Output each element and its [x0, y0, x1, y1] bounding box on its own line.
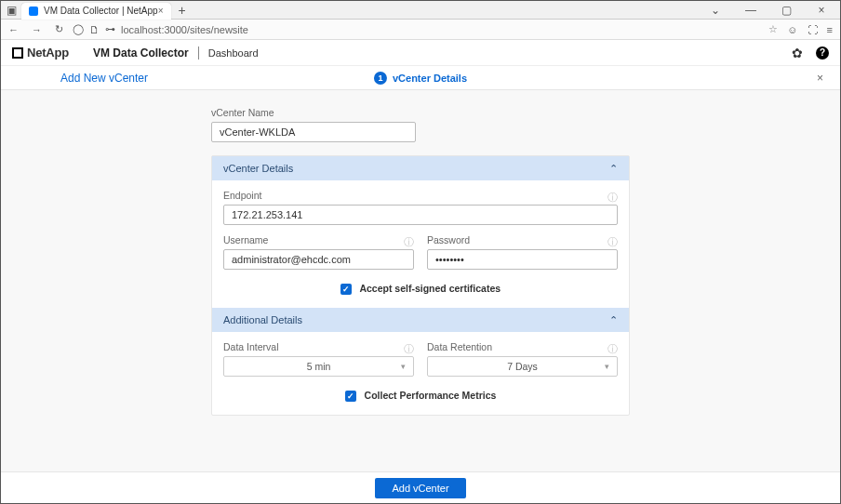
- data-interval-label: Data Interval: [223, 341, 279, 352]
- breadcrumb[interactable]: Add New vCenter: [60, 72, 148, 85]
- wizard-step: 1 vCenter Details: [374, 72, 467, 85]
- tab-title: VM Data Collector | NetApp: [44, 6, 158, 16]
- step-number-badge: 1: [374, 72, 387, 85]
- window-dropdown-icon[interactable]: ⌄: [702, 4, 728, 17]
- settings-gear-icon[interactable]: ✿: [792, 46, 803, 60]
- chevron-up-icon[interactable]: ⌃: [609, 163, 618, 175]
- header-divider: [198, 46, 199, 60]
- brand-logo: NetApp: [12, 46, 69, 60]
- page-content: vCenter Name vCenter Details ⌃ Endpoint …: [1, 90, 840, 503]
- app-header: NetApp VM Data Collector Dashboard ✿ ?: [1, 40, 840, 66]
- chevron-up-icon[interactable]: ⌃: [609, 314, 618, 326]
- window-minimize-icon[interactable]: —: [738, 4, 764, 17]
- app-title: VM Data Collector: [93, 46, 189, 60]
- app-menu-icon[interactable]: ≡: [827, 24, 833, 35]
- password-info-icon[interactable]: ⓘ: [607, 235, 618, 249]
- browser-tab-strip: ▣ VM Data Collector | NetApp × + ⌄ — ▢ ×: [1, 1, 840, 20]
- extensions-icon[interactable]: ☺: [787, 24, 797, 35]
- sub-header: Add New vCenter 1 vCenter Details ×: [1, 66, 840, 90]
- url-text[interactable]: localhost:3000/sites/newsite: [121, 24, 763, 35]
- add-vcenter-button[interactable]: Add vCenter: [375, 478, 465, 498]
- step-label: vCenter Details: [393, 73, 467, 84]
- username-input[interactable]: [223, 249, 414, 270]
- nav-forward-icon[interactable]: →: [32, 24, 42, 35]
- window-maximize-icon[interactable]: ▢: [773, 4, 799, 17]
- help-icon[interactable]: ?: [816, 46, 829, 60]
- endpoint-label: Endpoint: [223, 190, 261, 201]
- chevron-down-icon: ▾: [605, 362, 609, 371]
- browser-tab-active[interactable]: VM Data Collector | NetApp ×: [21, 3, 171, 20]
- bookmark-icon[interactable]: ☆: [768, 23, 778, 35]
- vcenter-details-header[interactable]: vCenter Details ⌃: [212, 156, 629, 180]
- chevron-down-icon: ▾: [401, 362, 406, 371]
- vcenter-name-input[interactable]: [211, 122, 416, 142]
- additional-details-header[interactable]: Additional Details ⌃: [212, 308, 629, 332]
- endpoint-info-icon[interactable]: ⓘ: [607, 191, 618, 205]
- data-retention-label: Data Retention: [427, 341, 492, 352]
- interval-info-icon[interactable]: ⓘ: [404, 342, 414, 356]
- nav-reload-icon[interactable]: ↻: [55, 23, 63, 35]
- collect-metrics-checkbox[interactable]: ✓: [345, 391, 356, 402]
- accept-cert-label: Accept self-signed certificates: [359, 283, 501, 294]
- data-retention-value: 7 Days: [507, 361, 538, 372]
- netapp-logo-icon: [12, 47, 23, 59]
- site-info-icon[interactable]: ⊶: [105, 23, 115, 35]
- shield-icon[interactable]: ◯: [73, 23, 84, 35]
- data-retention-select[interactable]: 7 Days ▾: [427, 356, 618, 377]
- dashboard-link[interactable]: Dashboard: [208, 47, 259, 59]
- nav-back-icon[interactable]: ←: [8, 24, 19, 35]
- tab-close-icon[interactable]: ×: [158, 6, 164, 16]
- username-info-icon[interactable]: ⓘ: [404, 235, 414, 249]
- retention-info-icon[interactable]: ⓘ: [607, 342, 618, 356]
- accept-cert-checkbox[interactable]: ✓: [340, 284, 352, 295]
- password-input[interactable]: [427, 249, 618, 270]
- additional-details-title: Additional Details: [223, 314, 302, 325]
- data-interval-select[interactable]: 5 min ▾: [223, 356, 414, 377]
- endpoint-input[interactable]: [223, 205, 618, 225]
- brand-text: NetApp: [27, 46, 69, 60]
- username-label: Username: [223, 234, 268, 245]
- collect-metrics-label: Collect Performance Metrics: [365, 390, 497, 401]
- data-interval-value: 5 min: [307, 361, 331, 372]
- page-footer: Add vCenter: [1, 471, 840, 503]
- new-tab-button[interactable]: +: [179, 3, 186, 18]
- vcenter-name-label: vCenter Name: [211, 107, 630, 118]
- browser-url-bar: ← → ↻ ◯ 🗋 ⊶ localhost:3000/sites/newsite…: [1, 20, 840, 40]
- tab-favicon: [29, 7, 38, 16]
- account-icon[interactable]: ⛶: [808, 24, 818, 35]
- lock-icon[interactable]: 🗋: [89, 24, 100, 35]
- password-label: Password: [427, 234, 470, 245]
- vcenter-details-panel: vCenter Details ⌃ Endpoint ⓘ Username ⓘ: [211, 155, 630, 416]
- browser-app-icon: ▣: [5, 4, 18, 17]
- window-close-icon[interactable]: ×: [808, 4, 834, 17]
- vcenter-details-title: vCenter Details: [223, 163, 293, 174]
- panel-close-icon[interactable]: ×: [817, 72, 823, 85]
